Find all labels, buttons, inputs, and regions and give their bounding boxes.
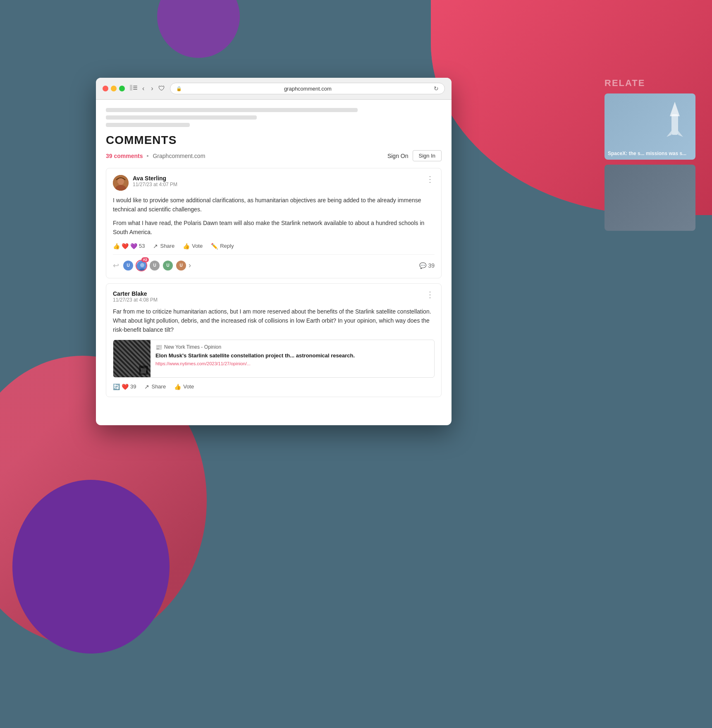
carter-header: Carter Blake 11/27/23 at 4:08 PM ⋮	[113, 290, 435, 303]
related-header: RELATE	[604, 78, 695, 89]
browser-actions: ‹ › 🛡	[130, 84, 165, 93]
article-title: Elon Musk's Starlink satellite constella…	[155, 352, 429, 359]
comments-source: Graphcomment.com	[153, 153, 205, 159]
sidebar-toggle-icon[interactable]	[130, 85, 137, 92]
sign-in-button[interactable]: Sign In	[413, 150, 442, 161]
svg-rect-4	[133, 89, 137, 90]
reply-count-group: 💬 39	[419, 262, 435, 269]
comment-time-ava: 11/27/23 at 4:07 PM	[133, 182, 426, 187]
external-link-icon: ⬛	[141, 368, 146, 373]
forward-button[interactable]: ›	[149, 84, 155, 93]
thread-avatar-3: U	[149, 260, 160, 271]
article-thumb-overlay: ⬛	[139, 366, 148, 375]
bg-purple-circle-bottom	[12, 480, 170, 654]
related-card-2[interactable]	[604, 165, 695, 231]
vote-icon: 👍	[183, 243, 190, 249]
svg-point-8	[118, 182, 119, 184]
comment-username-ava: Ava Sterling	[133, 175, 426, 182]
svg-rect-3	[133, 87, 137, 88]
article-source-icon: 📰	[155, 344, 162, 350]
comments-meta: 39 comments Graphcomment.com Sign On Sig…	[106, 150, 442, 161]
url-text: graphcomment.com	[184, 86, 431, 92]
svg-rect-0	[671, 114, 678, 135]
browser-window: ‹ › 🛡 🔒 graphcomment.com ↻ COMMENTS 39 c…	[96, 78, 452, 425]
reaction-star: 💜	[130, 243, 137, 249]
thread-badge: #2	[141, 257, 149, 262]
share-button-carter[interactable]: ↗ Share	[144, 383, 166, 390]
vote-button-ava[interactable]: 👍 Vote	[183, 243, 203, 249]
article-thumbnail: ⬛	[113, 340, 151, 377]
comment-ava-sterling: Ava Sterling 11/27/23 at 4:07 PM ⋮ I wou…	[106, 168, 442, 278]
carter-time: 11/27/23 at 4:08 PM	[113, 297, 426, 303]
comment-carter-blake: Carter Blake 11/27/23 at 4:08 PM ⋮ Far f…	[106, 283, 442, 397]
traffic-light-yellow[interactable]	[111, 86, 117, 91]
carter-username: Carter Blake	[113, 290, 426, 297]
traffic-lights	[103, 86, 125, 91]
comment-menu-ava[interactable]: ⋮	[426, 175, 435, 183]
svg-point-7	[115, 186, 126, 191]
carter-body: Far from me to criticize humanitarian ac…	[113, 307, 435, 335]
comments-auth: Sign On Sign In	[387, 150, 442, 161]
thread-avatar-5: U	[175, 260, 187, 271]
reaction-count-carter: 39	[130, 383, 136, 390]
reaction-group-carter: 🔄 ❤️ 39	[113, 383, 136, 390]
article-embed[interactable]: ⬛ 📰 New York Times - Opinion Elon Musk's…	[113, 340, 435, 378]
reply-arrow-icon[interactable]: ↩	[113, 261, 119, 270]
article-source-name: New York Times - Opinion	[164, 344, 221, 350]
bg-purple-circle-top	[157, 0, 240, 58]
svg-rect-2	[133, 86, 137, 86]
reaction-thumb: 👍	[113, 243, 120, 249]
comment-user-info-ava: Ava Sterling 11/27/23 at 4:07 PM	[133, 175, 426, 187]
carter-info: Carter Blake 11/27/23 at 4:08 PM	[113, 290, 426, 303]
browser-content: COMMENTS 39 comments Graphcomment.com Si…	[96, 100, 452, 410]
article-source-line: 📰 New York Times - Opinion	[155, 344, 429, 350]
vote-icon-carter: 👍	[174, 383, 181, 390]
comment-menu-carter[interactable]: ⋮	[426, 290, 435, 299]
skeleton-line-1	[106, 108, 358, 112]
reply-icon: ✏️	[211, 243, 218, 249]
svg-point-10	[140, 263, 144, 267]
share-button-ava[interactable]: ↗ Share	[153, 243, 174, 249]
reaction-group-ava: 👍 ❤️ 💜 53	[113, 243, 145, 249]
comments-section: COMMENTS 39 comments Graphcomment.com Si…	[106, 134, 442, 397]
related-panel: RELATE SpaceX: the s... missions was s..…	[604, 78, 695, 236]
more-avatars-icon[interactable]: ›	[189, 261, 191, 270]
carter-actions: 🔄 ❤️ 39 ↗ Share 👍 Vote	[113, 383, 435, 390]
article-info: 📰 New York Times - Opinion Elon Musk's S…	[151, 340, 434, 377]
vote-button-carter[interactable]: 👍 Vote	[174, 383, 194, 390]
refresh-icon[interactable]: ↻	[434, 85, 439, 92]
lock-icon: 🔒	[176, 86, 182, 91]
comment-header-ava: Ava Sterling 11/27/23 at 4:07 PM ⋮	[113, 175, 435, 191]
replies-speech-icon: 💬	[419, 262, 426, 269]
reply-thread-inner: ↩ U	[113, 260, 435, 271]
meta-dot	[147, 155, 148, 157]
thread-avatar-4: U	[162, 260, 174, 271]
related-card-1-caption: SpaceX: the s... missions was s...	[608, 151, 692, 156]
avatar-ava	[113, 175, 129, 191]
address-bar[interactable]: 🔒 graphcomment.com ↻	[170, 83, 445, 94]
traffic-light-red[interactable]	[103, 86, 108, 91]
browser-chrome: ‹ › 🛡 🔒 graphcomment.com ↻	[96, 78, 452, 100]
back-button[interactable]: ‹	[141, 84, 146, 93]
svg-point-6	[118, 178, 124, 184]
share-icon: ↗	[153, 243, 158, 249]
thread-avatar-1: U	[122, 260, 134, 271]
skeleton-line-2	[106, 115, 257, 120]
svg-rect-1	[130, 85, 132, 91]
article-url[interactable]: https://www.nytimes.com/2023/11/27/opini…	[155, 361, 429, 366]
reply-count: 39	[428, 262, 435, 269]
reaction-gc: 🔄	[113, 383, 120, 390]
skeleton-lines	[106, 108, 442, 127]
comment-body-ava: I would like to provide some additional …	[113, 196, 435, 237]
sign-on-link[interactable]: Sign On	[387, 153, 409, 159]
comments-count[interactable]: 39 comments	[106, 153, 143, 159]
reply-thread-ava: ↩ U	[113, 254, 435, 271]
skeleton-line-3	[106, 123, 190, 127]
related-card-1[interactable]: SpaceX: the s... missions was s...	[604, 93, 695, 160]
thread-avatars: U #2	[122, 260, 191, 271]
reply-button-ava[interactable]: ✏️ Reply	[211, 243, 234, 249]
traffic-light-green[interactable]	[119, 86, 125, 91]
shield-icon: 🛡	[158, 85, 165, 92]
share-icon-carter: ↗	[144, 383, 149, 390]
reaction-heart: ❤️	[122, 243, 129, 249]
